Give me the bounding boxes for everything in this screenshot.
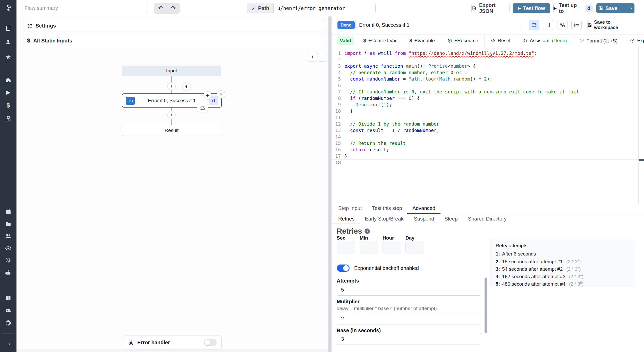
toolbar-reset[interactable]: ↺Reset — [484, 34, 516, 47]
time-input-sec[interactable] — [337, 241, 355, 253]
runs-play-icon[interactable]: ▶ — [0, 87, 16, 98]
time-label-min: Min — [360, 235, 378, 241]
sliders-icon — [27, 23, 32, 29]
toolbar-explore-other-s[interactable]: Explore other s — [624, 34, 644, 47]
step-name-input[interactable] — [355, 20, 521, 30]
sidebar: ★ ▶ $ — [0, 0, 16, 352]
retry-attempt-row: 3:54 seconds after attempt #2(2 * 33) — [496, 266, 631, 274]
workers-robot-icon[interactable] — [0, 267, 16, 278]
code-editor[interactable]: 123456789101112131415161718 import * as … — [332, 47, 644, 203]
canvas-bottom-strip — [16, 349, 328, 352]
save-to-workspace-button[interactable]: Save to workspace — [587, 20, 635, 30]
retry-attempt-row: 4:162 seconds after attempt #3(2 * 34) — [496, 274, 631, 281]
undo-icon[interactable]: ↶ — [158, 5, 163, 11]
flow-node-input[interactable]: Input — [122, 66, 221, 76]
retry-attempt-row: 2:18 seconds after attempt #1(2 * 32) — [496, 259, 631, 266]
retry-attempts-list: 1:After 6 seconds2:18 seconds after atte… — [496, 251, 631, 287]
add-step-button[interactable]: + — [167, 111, 176, 119]
retry-repeat-icon[interactable] — [197, 104, 208, 112]
toolbar-resource[interactable]: +Resource — [441, 34, 484, 47]
retry-attempts-panel: Retry attempts 1:After 6 seconds2:18 sec… — [490, 239, 636, 287]
all-static-inputs-row[interactable]: $ All Static Inputs — [23, 35, 324, 46]
save-button[interactable]: Save — [594, 3, 622, 13]
subtab-shared-directory[interactable]: Shared Directory — [463, 214, 512, 224]
save-icon — [588, 23, 592, 27]
export-json-button[interactable]: Export JSON — [471, 3, 510, 13]
variables-dollar-icon[interactable]: $ — [0, 100, 16, 111]
repeat-icon — [531, 22, 537, 28]
groups-icon[interactable] — [0, 231, 16, 241]
toolbar-variable[interactable]: $+Variable — [403, 34, 441, 47]
time-label-sec: Sec — [337, 235, 355, 241]
windmill-flow-editor: ★ ▶ $ — [0, 0, 644, 352]
subtab-early-stop-break[interactable]: Early Stop/Break — [360, 214, 409, 224]
info-icon[interactable]: i — [365, 228, 370, 234]
retry-time-inputs — [337, 241, 428, 253]
save-dropdown-button[interactable] — [626, 3, 637, 13]
move-step-handle[interactable] — [204, 91, 212, 100]
sidebar-divider — [2, 68, 14, 68]
zoom-out-button[interactable]: − — [318, 53, 327, 61]
path-value[interactable]: u/henri/error_generator — [274, 3, 349, 13]
audit-eye-icon[interactable] — [0, 243, 16, 253]
multiplier-label: Mulitplier — [337, 299, 360, 305]
zoom-in-button[interactable]: + — [308, 53, 317, 61]
flow-edge — [171, 90, 172, 93]
time-input-hour[interactable] — [383, 241, 401, 253]
error-handler-label: Error handler — [137, 340, 200, 346]
redo-icon[interactable]: ↷ — [171, 5, 176, 11]
dollar-icon: $ — [409, 38, 412, 43]
toolbar-context-var[interactable]: $+Context Var — [357, 34, 403, 47]
discord-icon[interactable] — [0, 305, 16, 316]
tab-test-this-step[interactable]: Test this step — [367, 203, 407, 214]
error-handler-toggle[interactable] — [204, 339, 217, 346]
toolbar-assistant[interactable]: ↻Assistant (Deno) — [517, 34, 573, 47]
retry-attempts-title: Retry attempts — [496, 243, 631, 249]
panel-resize-divider[interactable] — [328, 16, 332, 352]
test-flow-button[interactable]: ▶ Test flow — [513, 3, 550, 13]
editor-lines: import * as wmill from "https://deno.lan… — [344, 50, 644, 166]
subtab-retries[interactable]: Retries — [333, 214, 360, 224]
time-input-min[interactable] — [360, 241, 378, 253]
add-step-button[interactable]: + — [167, 82, 176, 90]
scrollbar-thumb[interactable] — [485, 278, 487, 333]
multiplier-input[interactable] — [337, 313, 481, 324]
delete-step-button[interactable]: × — [217, 90, 225, 99]
tab-step-input[interactable]: Step Input — [333, 203, 367, 214]
pencil-icon — [251, 6, 256, 11]
retries-shortcut-button[interactable] — [529, 20, 539, 30]
time-input-day[interactable] — [405, 241, 424, 253]
suspend-shortcut-button[interactable] — [557, 20, 567, 30]
expand-arrow-icon[interactable]: → — [0, 338, 16, 348]
subtab-suspend[interactable]: Suspend — [409, 214, 439, 224]
toolbar-format-s[interactable]: Format (⌘+S) — [573, 34, 624, 47]
favorites-star-icon[interactable]: ★ — [0, 52, 16, 62]
settings-gear-icon[interactable] — [0, 255, 16, 265]
windmill-logo-icon[interactable] — [0, 3, 16, 13]
github-icon[interactable] — [0, 318, 16, 328]
path-field[interactable]: Path u/henri/error_generator — [247, 3, 376, 13]
step-panel: Deno Save to workspace Valid $+Context V… — [332, 16, 644, 352]
early-stop-shortcut-button[interactable] — [543, 20, 553, 30]
docs-book-icon[interactable] — [0, 293, 16, 303]
workspace-building-icon[interactable] — [0, 23, 16, 33]
base-input[interactable] — [337, 333, 481, 345]
advanced-subtabs: RetriesEarly Stop/BreakSuspendSleepShare… — [332, 214, 644, 225]
folders-icon[interactable] — [0, 219, 16, 229]
typescript-badge: TS — [126, 97, 135, 105]
flow-node-result[interactable]: Result — [122, 125, 221, 136]
export-icon — [472, 6, 477, 11]
subtab-sleep[interactable]: Sleep — [439, 214, 463, 224]
user-icon[interactable] — [0, 37, 16, 47]
resources-cubes-icon[interactable] — [0, 113, 16, 124]
exponential-backoff-toggle[interactable] — [337, 265, 350, 272]
flow-summary-input[interactable] — [21, 3, 148, 13]
test-up-to-button[interactable]: ▶ Test up to d — [553, 3, 592, 13]
trigger-lightning-icon[interactable] — [182, 82, 191, 91]
home-icon[interactable] — [0, 75, 16, 85]
schedules-calendar-icon[interactable] — [0, 207, 16, 217]
attempts-input[interactable] — [337, 284, 481, 296]
tab-advanced[interactable]: Advanced — [407, 203, 440, 214]
sleep-bed-icon-button[interactable] — [571, 20, 582, 30]
flow-settings-row[interactable]: Settings — [23, 20, 324, 31]
